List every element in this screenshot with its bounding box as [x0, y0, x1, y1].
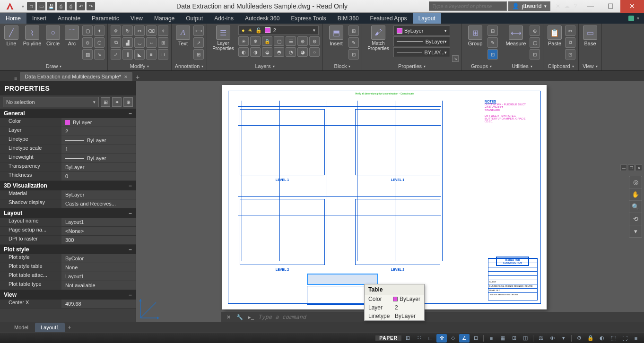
qat-save-icon[interactable]: 💾 [47, 2, 55, 10]
layer-tool-12[interactable]: ◔ [286, 47, 296, 57]
sb-tpy-icon[interactable]: ▦ [497, 334, 508, 343]
nav-zoom-icon[interactable]: 🔍 [629, 201, 642, 213]
tab-autodesk360[interactable]: Autodesk 360 [239, 13, 285, 24]
layer-tool-5[interactable]: ☰ [286, 36, 296, 46]
move-icon[interactable]: ✥ [111, 26, 121, 36]
color-dropdown[interactable]: ByLayer▾ [393, 26, 450, 35]
measure-button[interactable]: ⟷Measure [504, 26, 528, 62]
maximize-button[interactable]: ☐ [600, 0, 620, 13]
dim-icon[interactable]: ⟷ [193, 26, 204, 36]
insert-button[interactable]: ⬒Insert [326, 26, 347, 62]
draw-more-5[interactable]: ▨ [82, 49, 93, 60]
line-button[interactable]: ╱Line [3, 26, 20, 62]
util-1-icon[interactable]: ⊕ [530, 26, 540, 36]
layout1-tab[interactable]: Layout1 [35, 323, 65, 332]
prop-row[interactable]: Linetype scale1 [0, 145, 136, 154]
circle-button[interactable]: ○Circle [44, 26, 61, 62]
chamfer-icon[interactable]: ◣ [134, 49, 145, 60]
prop-row[interactable]: LinetypeByLayer [0, 136, 136, 145]
toggle-pickadd-icon[interactable]: ⊕ [123, 97, 133, 107]
prop-group-layout[interactable]: Layout [0, 208, 136, 218]
fillet-icon[interactable]: ◡ [134, 37, 145, 48]
tab-annotate[interactable]: Annotate [52, 13, 86, 24]
offset-icon[interactable]: ‖ [122, 49, 133, 60]
mdi-restore-icon[interactable]: ❐ [628, 164, 635, 171]
polyline-button[interactable]: ⌇Polyline [22, 26, 43, 62]
prop-row[interactable]: MaterialByLayer [0, 190, 136, 199]
help-icon[interactable]: ? [574, 3, 577, 9]
prop-value[interactable]: Layout1 [61, 272, 136, 281]
erase-icon[interactable]: ⌫ [146, 26, 157, 36]
sb-clean-icon[interactable]: ⛶ [619, 334, 630, 343]
layer-tool-8[interactable]: ◐ [238, 47, 249, 57]
tab-featuredapps[interactable]: Featured Apps [365, 13, 413, 24]
layer-properties-button[interactable]: ☰LayerProperties [210, 26, 236, 57]
panel-layers-title[interactable]: Layers [210, 62, 320, 70]
tab-home[interactable]: Home [0, 13, 26, 24]
nav-wheel-icon[interactable]: ◎ [629, 176, 642, 189]
close-tab-icon[interactable]: ✕ [124, 74, 128, 79]
prop-value[interactable]: Casts and Receives... [61, 199, 136, 208]
prop-row[interactable]: LineweightByLayer [0, 154, 136, 163]
sb-grid-icon[interactable]: ⊞ [402, 334, 413, 343]
copy-icon[interactable]: ⧉ [111, 37, 121, 48]
prop-value[interactable]: ByLayer [61, 163, 136, 172]
tab-expresstools[interactable]: Express Tools [285, 13, 331, 24]
props-launcher-icon[interactable]: ↘ [452, 55, 459, 62]
mdi-minimize-icon[interactable]: — [620, 164, 627, 171]
rotate-icon[interactable]: ↻ [122, 26, 133, 36]
panel-block-title[interactable]: Block [326, 62, 359, 70]
app-logo[interactable] [0, 0, 20, 13]
draw-more-2[interactable]: ✦ [94, 26, 104, 36]
tab-manage[interactable]: Manage [148, 13, 180, 24]
help-search-input[interactable] [429, 1, 507, 11]
prop-row[interactable]: TransparencyByLayer [0, 163, 136, 172]
qat-new-icon[interactable]: □ [27, 2, 35, 10]
prop-row[interactable]: Thickness0 [0, 172, 136, 181]
new-tab-button[interactable]: + [133, 73, 142, 81]
prop-value[interactable]: 2 [61, 127, 136, 136]
lineweight-dropdown[interactable]: ByLayer▾ [393, 36, 450, 46]
base-button[interactable]: ▭Base [582, 26, 599, 62]
layer-tool-14[interactable]: ○ [309, 47, 320, 57]
exchange-icon[interactable]: ✕ [556, 3, 560, 9]
panel-groups-title[interactable]: Groups [465, 62, 498, 70]
nav-more-icon[interactable]: ▾ [629, 225, 642, 238]
sb-qp-icon[interactable]: ⊞ [509, 334, 519, 343]
qat-redo-icon[interactable]: ↷ [87, 2, 95, 10]
layer-tool-9[interactable]: ◑ [250, 47, 261, 57]
prop-value[interactable]: ByColor [61, 254, 136, 263]
prop-row[interactable]: Shadow displayCasts and Receives... [0, 199, 136, 208]
panel-draw-title[interactable]: Draw [3, 62, 104, 70]
util-3-icon[interactable]: ⊡ [530, 49, 540, 60]
draw-more-6[interactable]: ∿ [94, 49, 104, 60]
group-edit-icon[interactable]: ✎ [487, 37, 498, 48]
prop-row[interactable]: ColorByLayer [0, 118, 136, 127]
copy-clip-icon[interactable]: ⧉ [565, 37, 575, 48]
layer-tool-2[interactable]: ❄ [250, 36, 261, 46]
prop-row[interactable]: Page setup na...<None> [0, 227, 136, 236]
file-tab-active[interactable]: Data Extraction and Multileaders Sample*… [20, 72, 132, 81]
prop-value[interactable]: 0 [61, 172, 136, 181]
prop-row[interactable]: Plot table attac...Layout1 [0, 272, 136, 281]
tab-parametric[interactable]: Parametric [86, 13, 125, 24]
mirror-icon[interactable]: ▟ [122, 37, 133, 48]
sb-lwt-icon[interactable]: ≡ [486, 334, 496, 343]
sb-otrack-icon[interactable]: ∠ [459, 334, 470, 343]
block-attr-icon[interactable]: ⊡ [348, 49, 359, 60]
model-tab[interactable]: Model [9, 323, 34, 332]
prop-row[interactable]: Plot style tableNone [0, 263, 136, 272]
minimize-button[interactable]: — [581, 0, 600, 13]
sb-polar-icon[interactable]: ✜ [436, 334, 447, 343]
prop-value[interactable]: ByLayer [61, 136, 136, 145]
selected-table[interactable] [307, 274, 378, 285]
tab-layout[interactable]: Layout [413, 13, 441, 24]
linetype-dropdown[interactable]: BYLAY...▾ [393, 47, 450, 57]
block-edit-icon[interactable]: ✎ [348, 37, 359, 48]
prop-value[interactable]: <None> [61, 227, 136, 236]
command-input[interactable] [258, 314, 641, 320]
scale-icon[interactable]: ⤢ [111, 49, 121, 60]
tab-insert[interactable]: Insert [26, 13, 52, 24]
prop-row[interactable]: Plot styleByColor [0, 254, 136, 263]
panel-properties-title[interactable]: Properties [365, 62, 459, 70]
